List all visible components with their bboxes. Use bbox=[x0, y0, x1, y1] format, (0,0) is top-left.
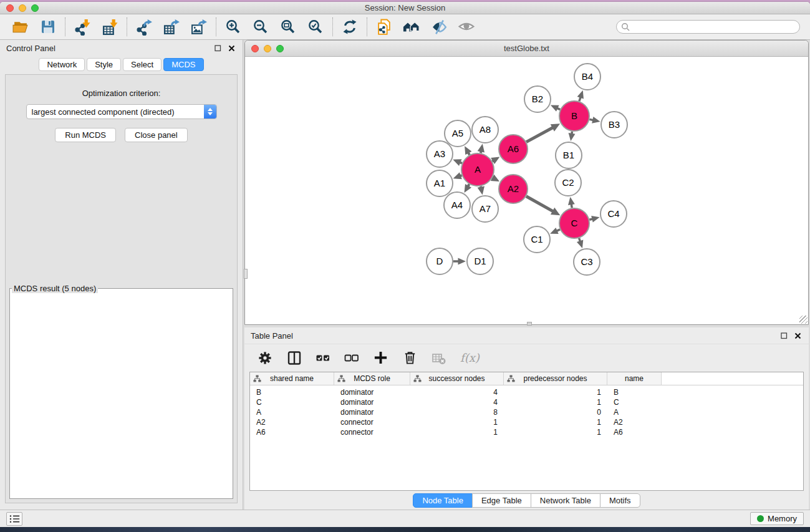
table-row[interactable]: A2connector11A2 bbox=[250, 417, 803, 427]
zoom-fit-button[interactable] bbox=[279, 18, 297, 36]
run-mcds-button[interactable]: Run MCDS bbox=[55, 128, 116, 142]
graph-edge-C-C3[interactable] bbox=[577, 238, 583, 248]
export-image-button[interactable] bbox=[190, 18, 208, 36]
float-panel-icon[interactable] bbox=[213, 44, 223, 52]
deselect-all-columns-button[interactable] bbox=[344, 351, 359, 365]
network-window-titlebar[interactable]: testGlobe.txt bbox=[245, 41, 808, 57]
create-column-button[interactable] bbox=[373, 350, 388, 365]
network-canvas[interactable]: B4B2BB3A8A5A6A3B1AA1C2A2A4A7C4CC1C3DD1 bbox=[245, 57, 808, 324]
tab-motifs[interactable]: Motifs bbox=[600, 493, 640, 508]
export-table-button[interactable] bbox=[163, 18, 180, 36]
svg-text:C: C bbox=[571, 218, 578, 228]
graph-node-D1[interactable]: D1 bbox=[467, 248, 493, 274]
column-header-successor-nodes[interactable]: successor nodes bbox=[410, 372, 504, 385]
graph-node-A3[interactable]: A3 bbox=[427, 141, 453, 167]
graph-node-D[interactable]: D bbox=[427, 248, 453, 274]
tab-select[interactable]: Select bbox=[123, 58, 162, 71]
graph-node-B2[interactable]: B2 bbox=[524, 86, 551, 112]
import-table-button[interactable] bbox=[101, 18, 118, 36]
float-table-panel-icon[interactable] bbox=[779, 331, 789, 340]
toggle-column-view-button[interactable] bbox=[287, 351, 302, 365]
graph-node-A8[interactable]: A8 bbox=[472, 117, 498, 143]
graph-node-B1[interactable]: B1 bbox=[556, 142, 582, 168]
graph-edge-A-A5[interactable] bbox=[465, 146, 471, 155]
export-network-button[interactable] bbox=[135, 18, 153, 36]
svg-text:A1: A1 bbox=[434, 178, 445, 188]
graph-node-A6[interactable]: A6 bbox=[499, 135, 528, 163]
close-panel-button[interactable]: Close panel bbox=[125, 128, 188, 142]
new-network-from-selection-button[interactable] bbox=[375, 18, 393, 36]
graph-node-C4[interactable]: C4 bbox=[600, 201, 627, 227]
graph-node-B[interactable]: B bbox=[559, 101, 589, 131]
criterion-dropdown[interactable]: largest connected component (directed) bbox=[26, 104, 217, 119]
graph-edge-A2-C[interactable] bbox=[526, 196, 560, 216]
table-row[interactable]: A6connector11A6 bbox=[250, 427, 803, 437]
graph-node-A[interactable]: A bbox=[461, 153, 494, 186]
open-session-button[interactable] bbox=[12, 18, 29, 36]
graph-edge-A-A3[interactable] bbox=[453, 159, 462, 166]
close-table-panel-icon[interactable] bbox=[793, 331, 803, 340]
graph-edge-B-B4[interactable] bbox=[577, 90, 584, 101]
resize-handle-bottom[interactable] bbox=[527, 322, 532, 326]
zoom-out-icon bbox=[253, 19, 269, 35]
graph-edge-A-A4[interactable] bbox=[465, 184, 472, 193]
graph-edge-C-C1[interactable] bbox=[550, 228, 560, 234]
graph-node-A1[interactable]: A1 bbox=[427, 170, 453, 196]
close-panel-icon[interactable] bbox=[226, 44, 236, 52]
task-history-button[interactable] bbox=[6, 512, 22, 526]
graph-node-A5[interactable]: A5 bbox=[445, 120, 471, 147]
zoom-out-button[interactable] bbox=[252, 18, 269, 36]
column-header-shared-name[interactable]: shared name bbox=[250, 372, 334, 385]
graph-node-C[interactable]: C bbox=[559, 208, 589, 238]
tab-edge-table[interactable]: Edge Table bbox=[472, 493, 531, 508]
graph-edge-A-A7[interactable] bbox=[478, 186, 485, 195]
tab-network[interactable]: Network bbox=[39, 58, 85, 71]
graph-node-B4[interactable]: B4 bbox=[574, 64, 600, 90]
graph-node-B3[interactable]: B3 bbox=[601, 112, 627, 138]
graph-node-C1[interactable]: C1 bbox=[524, 226, 550, 253]
tab-network-table[interactable]: Network Table bbox=[531, 493, 600, 508]
graph-edge-A-A8[interactable] bbox=[478, 144, 485, 153]
svg-text:B: B bbox=[571, 110, 577, 121]
graph-edge-B-B3[interactable] bbox=[589, 117, 600, 123]
graph-edge-A6-B[interactable] bbox=[526, 123, 560, 142]
mcds-result-item[interactable]: A2 bbox=[14, 295, 221, 296]
graph-node-C3[interactable]: C3 bbox=[574, 249, 600, 275]
table-row[interactable]: Bdominator41B bbox=[250, 387, 803, 397]
table-row[interactable]: Adominator80A bbox=[250, 407, 803, 417]
graph-edge-B-B1[interactable] bbox=[569, 132, 576, 141]
table-settings-button[interactable] bbox=[257, 350, 273, 366]
graph-node-C2[interactable]: C2 bbox=[555, 170, 581, 196]
graph-edge-C-C4[interactable] bbox=[589, 216, 599, 223]
tab-style[interactable]: Style bbox=[87, 58, 121, 71]
first-neighbors-button[interactable] bbox=[403, 18, 420, 36]
hide-graphics-details-button[interactable] bbox=[430, 18, 448, 36]
refresh-button[interactable] bbox=[341, 18, 359, 36]
select-all-columns-button[interactable] bbox=[316, 351, 330, 365]
svg-text:C1: C1 bbox=[531, 234, 542, 244]
zoom-selected-button[interactable] bbox=[307, 18, 324, 36]
column-header-mcds-role[interactable]: MCDS role bbox=[334, 372, 410, 385]
cell-successor-nodes: 4 bbox=[410, 388, 504, 397]
graph-node-A4[interactable]: A4 bbox=[444, 192, 470, 218]
zoom-in-button[interactable] bbox=[224, 18, 242, 36]
resize-handle-left[interactable] bbox=[244, 269, 248, 279]
graph-edge-C-C2[interactable] bbox=[568, 197, 575, 208]
tab-mcds[interactable]: MCDS bbox=[163, 58, 203, 71]
column-header-name[interactable]: name bbox=[607, 372, 662, 385]
graph-edge-A-A1[interactable] bbox=[453, 172, 462, 179]
show-graphics-details-button[interactable] bbox=[458, 18, 475, 36]
import-network-button[interactable] bbox=[74, 18, 91, 36]
graph-node-A2[interactable]: A2 bbox=[499, 175, 528, 203]
search-input[interactable] bbox=[616, 20, 800, 34]
resize-grip-corner[interactable] bbox=[799, 316, 808, 324]
graph-edge-B-B2[interactable] bbox=[551, 105, 560, 112]
tab-node-table[interactable]: Node Table bbox=[413, 493, 473, 508]
save-session-button[interactable] bbox=[39, 18, 57, 36]
memory-button[interactable]: Memory bbox=[750, 512, 804, 525]
delete-columns-button[interactable] bbox=[402, 350, 418, 365]
graph-edge-D-D1[interactable] bbox=[453, 258, 466, 265]
graph-node-A7[interactable]: A7 bbox=[472, 196, 498, 222]
column-header-predecessor-nodes[interactable]: predecessor nodes bbox=[504, 372, 607, 385]
table-row[interactable]: Cdominator41C bbox=[250, 397, 803, 407]
